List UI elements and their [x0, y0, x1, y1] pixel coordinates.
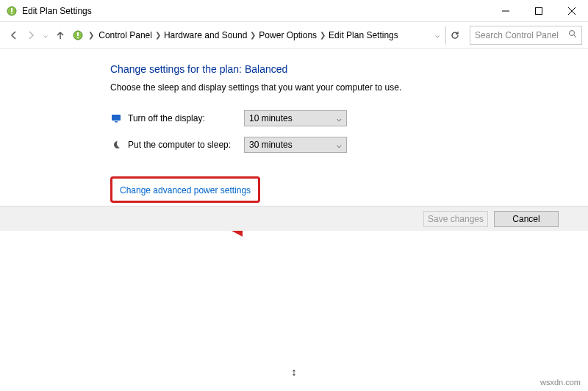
svg-line-11 [574, 35, 576, 37]
svg-rect-8 [77, 32, 79, 36]
svg-point-10 [570, 31, 575, 36]
content-area: Change settings for the plan: Balanced C… [0, 49, 588, 220]
svg-rect-12 [112, 115, 121, 121]
svg-rect-4 [535, 8, 542, 15]
history-dropdown-icon[interactable]: ⌵ [43, 31, 48, 39]
search-placeholder: Search Control Panel [475, 30, 559, 40]
sleep-timeout-row: Put the computer to sleep: 30 minutes [110, 137, 588, 153]
address-favicon [72, 29, 84, 41]
button-bar: Save changes Cancel [0, 206, 588, 231]
sleep-timeout-value: 30 minutes [249, 140, 293, 150]
svg-point-2 [11, 12, 12, 14]
svg-point-9 [77, 37, 79, 38]
resize-cursor-icon: ↕ [292, 366, 297, 378]
chevron-right-icon[interactable]: ❯ [155, 31, 161, 39]
sleep-timeout-label: Put the computer to sleep: [128, 140, 238, 150]
breadcrumb-item[interactable]: Control Panel [98, 30, 152, 40]
display-icon [110, 112, 122, 124]
page-title: Change settings for the plan: Balanced [110, 63, 588, 75]
up-button[interactable] [52, 26, 68, 44]
save-button: Save changes [423, 211, 488, 227]
sleep-timeout-dropdown[interactable]: 30 minutes [244, 137, 347, 153]
breadcrumb: Control Panel ❯ Hardware and Sound ❯ Pow… [98, 30, 444, 40]
chevron-right-icon[interactable]: ❯ [88, 31, 94, 39]
maximize-button[interactable] [522, 0, 555, 22]
navigation-bar: ⌵ ❯ Control Panel ❯ Hardware and Sound ❯… [0, 22, 588, 49]
chevron-right-icon[interactable]: ❯ [320, 31, 326, 39]
display-timeout-row: Turn off the display: 10 minutes [110, 110, 588, 126]
minimize-button[interactable] [489, 0, 522, 22]
svg-rect-1 [11, 8, 12, 12]
breadcrumb-item[interactable]: Power Options [259, 30, 317, 40]
window-controls [489, 0, 588, 21]
chevron-right-icon[interactable]: ❯ [250, 31, 256, 39]
advanced-settings-link[interactable]: Change advanced power settings [120, 185, 251, 196]
address-dropdown-icon[interactable]: ⌵ [431, 31, 444, 39]
annotation-highlight-box: Change advanced power settings [110, 176, 260, 203]
back-button[interactable] [6, 26, 21, 44]
page-subtitle: Choose the sleep and display settings th… [110, 82, 588, 93]
breadcrumb-item[interactable]: Hardware and Sound [164, 30, 247, 40]
display-timeout-value: 10 minutes [249, 113, 293, 123]
display-timeout-label: Turn off the display: [128, 113, 238, 123]
search-icon [568, 29, 577, 40]
forward-button[interactable] [23, 26, 38, 44]
window-title: Edit Plan Settings [22, 6, 489, 16]
watermark: wsxdn.com [540, 378, 581, 387]
title-bar: Edit Plan Settings [0, 0, 588, 22]
window-favicon [6, 5, 18, 17]
sleep-icon [110, 139, 122, 151]
breadcrumb-item[interactable]: Edit Plan Settings [329, 30, 398, 40]
close-button[interactable] [555, 0, 588, 22]
search-input[interactable]: Search Control Panel [470, 26, 582, 45]
display-timeout-dropdown[interactable]: 10 minutes [244, 110, 347, 126]
cancel-button[interactable]: Cancel [494, 211, 559, 227]
svg-rect-13 [115, 121, 118, 123]
refresh-button[interactable] [445, 26, 464, 45]
